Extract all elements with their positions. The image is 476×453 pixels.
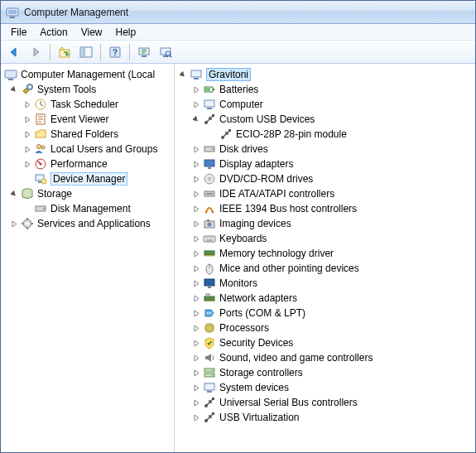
svg-point-20 bbox=[37, 145, 41, 149]
expand-icon[interactable] bbox=[191, 189, 201, 199]
tree-performance[interactable]: Performance bbox=[1, 157, 174, 171]
tree-label: ECIO-28P 28-pin module bbox=[236, 128, 347, 140]
svg-rect-32 bbox=[191, 70, 201, 77]
network-category[interactable]: Network adapters bbox=[175, 291, 475, 306]
expand-icon[interactable] bbox=[191, 159, 201, 169]
tree-shared-folders[interactable]: Shared Folders bbox=[1, 127, 174, 142]
disk-icon bbox=[34, 202, 47, 215]
memory-icon bbox=[203, 247, 216, 260]
expand-icon[interactable] bbox=[191, 219, 201, 229]
expand-icon[interactable] bbox=[191, 293, 201, 303]
tree-system-tools[interactable]: System Tools bbox=[1, 82, 174, 97]
expand-icon[interactable] bbox=[191, 323, 201, 333]
monitors-category[interactable]: Monitors bbox=[175, 276, 475, 291]
ieee1394-category[interactable]: IEEE 1394 Bus host controllers bbox=[175, 201, 475, 216]
expand-icon[interactable] bbox=[191, 368, 201, 378]
expand-icon[interactable] bbox=[191, 398, 201, 407]
expand-icon[interactable] bbox=[191, 412, 201, 422]
ecio-device[interactable]: ECIO-28P 28-pin module bbox=[175, 127, 475, 142]
tree-root-computer-management[interactable]: Computer Management (Local bbox=[1, 67, 174, 82]
back-button[interactable] bbox=[4, 42, 24, 62]
tree-label: Computer bbox=[219, 99, 263, 110]
expand-icon[interactable] bbox=[22, 144, 32, 154]
expand-icon[interactable] bbox=[22, 114, 32, 124]
expand-icon[interactable] bbox=[22, 159, 32, 169]
ide-category[interactable]: IDE ATA/ATAPI controllers bbox=[175, 186, 475, 201]
svg-text:?: ? bbox=[113, 48, 118, 57]
properties-button[interactable] bbox=[156, 42, 175, 62]
collapse-icon[interactable] bbox=[191, 114, 201, 124]
system-devices-category[interactable]: System devices bbox=[175, 380, 475, 395]
expand-icon[interactable] bbox=[191, 263, 201, 273]
tree-label: USB Virtualization bbox=[219, 412, 300, 423]
storage-icon bbox=[203, 366, 216, 379]
svg-point-23 bbox=[40, 163, 42, 166]
expand-icon[interactable] bbox=[191, 353, 201, 363]
disk-drives-category[interactable]: Disk drives bbox=[175, 142, 475, 157]
expand-icon[interactable] bbox=[22, 129, 32, 139]
expand-icon[interactable] bbox=[191, 174, 201, 184]
expand-icon[interactable] bbox=[191, 204, 201, 214]
battery-icon bbox=[203, 83, 216, 96]
expand-icon[interactable] bbox=[9, 219, 19, 229]
collapse-icon[interactable] bbox=[178, 70, 188, 80]
toolbar-separator bbox=[129, 44, 130, 60]
svg-rect-73 bbox=[212, 398, 214, 400]
display-adapters-category[interactable]: Display adapters bbox=[175, 157, 475, 171]
computer-category[interactable]: Computer bbox=[175, 97, 475, 112]
processors-category[interactable]: Processors bbox=[175, 320, 475, 335]
device-tree[interactable]: Gravitoni BatteriesComputerCustom USB De… bbox=[175, 67, 475, 425]
menu-help[interactable]: Help bbox=[109, 25, 143, 40]
storage-controllers-category[interactable]: Storage controllers bbox=[175, 365, 475, 380]
custom-usb-category[interactable]: Custom USB Devices bbox=[175, 112, 475, 127]
tree-event-viewer[interactable]: Event Viewer bbox=[1, 112, 174, 127]
forward-button[interactable] bbox=[26, 42, 46, 62]
expand-icon[interactable] bbox=[191, 84, 201, 94]
sound-category[interactable]: Sound, video and game controllers bbox=[175, 350, 475, 365]
menu-action[interactable]: Action bbox=[33, 25, 74, 40]
svg-rect-36 bbox=[205, 88, 210, 91]
tree-device-manager[interactable]: Device Manager bbox=[1, 171, 174, 186]
tree-label: Display adapters bbox=[219, 158, 293, 170]
window-title: Computer Management bbox=[24, 7, 128, 18]
imaging-category[interactable]: Imaging devices bbox=[175, 216, 475, 231]
usb-controllers-category[interactable]: Universal Serial Bus controllers bbox=[175, 395, 475, 410]
up-button[interactable] bbox=[55, 42, 75, 62]
tree-local-users[interactable]: Local Users and Groups bbox=[1, 142, 174, 157]
dvd-category[interactable]: DVD/CD-ROM drives bbox=[175, 171, 475, 186]
show-hide-tree-button[interactable] bbox=[76, 42, 96, 62]
expand-icon[interactable] bbox=[191, 248, 201, 258]
security-category[interactable]: Security Devices bbox=[175, 335, 475, 350]
tree-label: Mice and other pointing devices bbox=[219, 263, 359, 274]
svg-point-50 bbox=[205, 211, 208, 214]
expand-icon[interactable] bbox=[191, 308, 201, 318]
help-button[interactable]: ? bbox=[105, 42, 125, 62]
menu-view[interactable]: View bbox=[75, 25, 109, 40]
expand-icon[interactable] bbox=[22, 99, 32, 109]
expand-icon[interactable] bbox=[191, 99, 201, 109]
expand-icon[interactable] bbox=[191, 338, 201, 348]
expand-icon[interactable] bbox=[191, 278, 201, 288]
batteries-category[interactable]: Batteries bbox=[175, 82, 475, 97]
tree-disk-management[interactable]: Disk Management bbox=[1, 201, 174, 216]
tree-services-apps[interactable]: Services and Applications bbox=[1, 216, 174, 231]
tree-storage[interactable]: Storage bbox=[1, 186, 174, 201]
expand-icon[interactable] bbox=[191, 144, 201, 154]
device-root[interactable]: Gravitoni bbox=[175, 67, 475, 82]
scan-button[interactable] bbox=[134, 42, 154, 62]
keyboards-category[interactable]: Keyboards bbox=[175, 231, 475, 246]
mice-category[interactable]: Mice and other pointing devices bbox=[175, 261, 475, 276]
console-tree[interactable]: Computer Management (Local System Tools bbox=[1, 67, 174, 231]
tree-task-scheduler[interactable]: Task Scheduler bbox=[1, 97, 174, 112]
clock-icon bbox=[34, 98, 47, 111]
collapse-icon[interactable] bbox=[9, 84, 19, 94]
cpu-icon bbox=[203, 321, 216, 335]
usb-virtualization-category[interactable]: USB Virtualization bbox=[175, 410, 475, 425]
expand-icon[interactable] bbox=[191, 383, 201, 393]
ports-category[interactable]: Ports (COM & LPT) bbox=[175, 306, 475, 320]
collapse-icon[interactable] bbox=[9, 189, 19, 199]
expand-icon[interactable] bbox=[191, 234, 201, 243]
menu-file[interactable]: File bbox=[4, 25, 33, 40]
services-icon bbox=[21, 217, 34, 230]
memory-tech-category[interactable]: Memory technology driver bbox=[175, 246, 475, 261]
